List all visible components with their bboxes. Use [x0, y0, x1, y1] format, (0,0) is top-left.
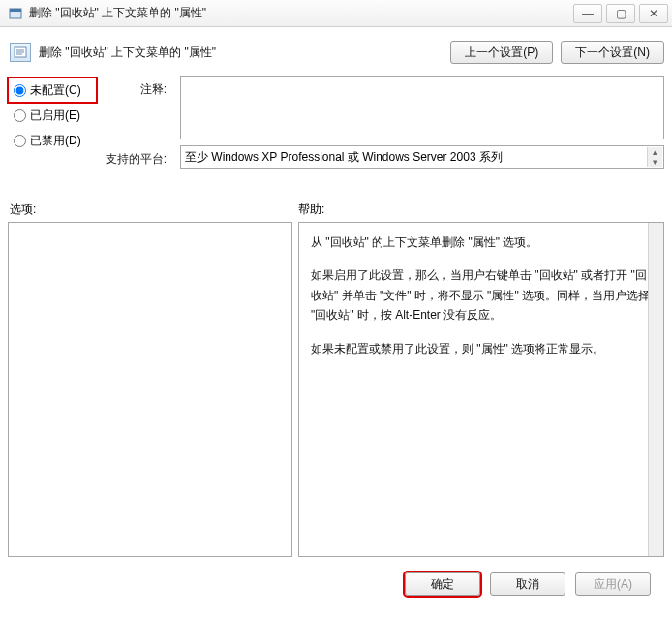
- help-paragraph: 从 "回收站" 的上下文菜单删除 "属性" 选项。: [311, 232, 652, 252]
- apply-button[interactable]: 应用(A): [575, 572, 651, 596]
- radio-enabled-input[interactable]: [14, 109, 26, 122]
- page-title: 删除 "回收站" 上下文菜单的 "属性": [39, 45, 443, 61]
- header: 删除 "回收站" 上下文菜单的 "属性" 上一个设置(P) 下一个设置(N): [8, 35, 664, 76]
- options-panel: [8, 222, 292, 557]
- radio-not-configured-input[interactable]: [14, 84, 26, 97]
- cancel-button[interactable]: 取消: [490, 572, 565, 596]
- app-icon: [8, 6, 23, 21]
- footer: 确定 取消 应用(A): [8, 565, 664, 605]
- help-paragraph: 如果启用了此设置，那么，当用户右键单击 "回收站" 或者打开 "回收站" 并单击…: [311, 265, 652, 324]
- policy-icon: [10, 43, 31, 62]
- chevron-down-icon: ▾: [653, 157, 657, 167]
- titlebar: 删除 "回收站" 上下文菜单的 "属性" — ▢ ✕: [0, 0, 672, 27]
- platform-value: 至少 Windows XP Professional 或 Windows Ser…: [185, 149, 503, 166]
- options-label: 选项:: [10, 201, 298, 218]
- help-label: 帮助:: [298, 201, 324, 218]
- previous-setting-button[interactable]: 上一个设置(P): [450, 41, 553, 64]
- minimize-button[interactable]: —: [573, 4, 602, 23]
- comment-textarea[interactable]: [180, 76, 664, 139]
- help-paragraph: 如果未配置或禁用了此设置，则 "属性" 选项将正常显示。: [311, 339, 652, 358]
- radio-not-configured-label: 未配置(C): [30, 82, 81, 99]
- radio-not-configured[interactable]: 未配置(C): [8, 77, 97, 103]
- window-title: 删除 "回收站" 上下文菜单的 "属性": [29, 5, 573, 21]
- radio-enabled[interactable]: 已启用(E): [8, 103, 97, 128]
- ok-button[interactable]: 确定: [405, 572, 480, 596]
- radio-disabled-label: 已禁用(D): [30, 133, 81, 149]
- radio-enabled-label: 已启用(E): [30, 108, 80, 124]
- svg-rect-1: [10, 9, 21, 12]
- platform-field: 至少 Windows XP Professional 或 Windows Ser…: [180, 145, 664, 169]
- maximize-button[interactable]: ▢: [606, 4, 635, 23]
- radio-disabled-input[interactable]: [14, 135, 26, 147]
- close-button[interactable]: ✕: [639, 4, 668, 23]
- platform-scrollbar[interactable]: ▴ ▾: [647, 147, 662, 167]
- radio-disabled[interactable]: 已禁用(D): [8, 128, 97, 153]
- help-panel: 从 "回收站" 的上下文菜单删除 "属性" 选项。 如果启用了此设置，那么，当用…: [298, 222, 664, 557]
- next-setting-button[interactable]: 下一个设置(N): [561, 41, 664, 64]
- platform-label: 支持的平台:: [105, 143, 172, 169]
- comment-label: 注释:: [105, 76, 172, 143]
- chevron-up-icon: ▴: [653, 147, 657, 157]
- help-scrollbar[interactable]: [648, 223, 663, 556]
